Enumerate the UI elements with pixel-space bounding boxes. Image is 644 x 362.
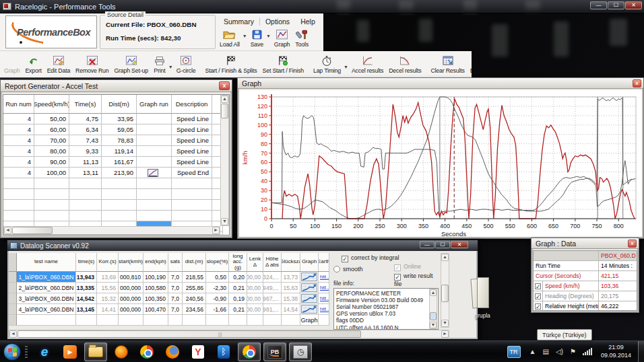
cell-time[interactable]: 7,43 — [69, 135, 102, 146]
cell-graph[interactable] — [300, 304, 319, 315]
cell-empty[interactable] — [69, 189, 102, 200]
cell-sats[interactable]: 7,0 — [168, 272, 183, 283]
cell-dist[interactable]: 161,67 — [102, 157, 137, 168]
cell-name[interactable]: 2_la\PBOX_060.DBN — [17, 283, 76, 293]
cell-dist[interactable]: 33,95 — [102, 114, 137, 124]
graph-thumbnail-icon[interactable] — [301, 294, 317, 303]
column-header-long-acc-g[interactable]: long acc.(g) — [229, 253, 247, 272]
report-close-button[interactable]: x — [219, 81, 230, 90]
cell-dist[interactable]: 213,90 — [102, 168, 137, 178]
cell-empty[interactable] — [102, 189, 137, 200]
toolbar-button-remove-run[interactable]: Remove Run — [73, 55, 110, 75]
cell-korr[interactable]: 15,32 — [97, 293, 119, 304]
column-header-time-s[interactable]: Time(s) — [69, 95, 102, 114]
column-header-graph[interactable]: Graph — [300, 253, 319, 272]
column-header-graph-run[interactable]: Graph run — [137, 95, 172, 114]
row-header[interactable] — [9, 293, 17, 304]
cell-dist[interactable]: 255,86 — [183, 283, 206, 293]
dropdown-caret-icon[interactable]: ▼ — [266, 34, 271, 38]
cell-slope[interactable]: -1,66 — [206, 304, 229, 315]
cell-empty[interactable] — [3, 189, 34, 200]
table-row[interactable]: 4100,0013,11213,90Speed End — [3, 168, 223, 178]
datalog-vertical-scrollbar[interactable]: ▲ ▼ — [441, 253, 449, 328]
cell-graph_icon[interactable] — [137, 124, 172, 135]
datalog-close-button[interactable]: ✕ — [451, 241, 468, 248]
main-window-titlebar[interactable]: Racelogic - Performance Tools — ☐ ✕ — [0, 0, 644, 13]
taskbar-icon-performancebox-app[interactable]: PB — [263, 342, 286, 361]
report-generator-table[interactable]: Run numSpeed(km/h)Time(s)Dist(m)Graph ru… — [3, 94, 230, 236]
table-row[interactable]: 460,006,3459,05Speed Line — [3, 124, 223, 135]
graph-data-titlebar[interactable]: Graph : Data x — [532, 238, 639, 249]
cell-empty[interactable] — [34, 178, 69, 189]
table-row[interactable] — [3, 211, 223, 221]
cell-acc[interactable]: 0,19 — [229, 293, 247, 304]
cell-slope[interactable]: -2,30 — [206, 283, 229, 293]
cell-time[interactable]: 11,13 — [69, 157, 102, 168]
cell-dist[interactable]: 234,56 — [183, 304, 206, 315]
chart-svg[interactable]: 0102030405060708090100110120130050100150… — [239, 90, 642, 238]
report-vertical-scrollbar[interactable]: ▲▼ — [220, 95, 229, 226]
cell-dist[interactable]: 59,05 — [102, 124, 137, 135]
cell-sats[interactable]: 7,0 — [168, 304, 183, 315]
toolbar-button-load-all[interactable]: Load All — [218, 28, 242, 48]
taskbar-icon-internet-explorer[interactable]: e — [33, 342, 56, 361]
cell-start[interactable]: 000,000 — [119, 293, 143, 304]
cell-run[interactable]: 4 — [3, 124, 34, 135]
file-info-scrollbar[interactable]: ▲ ▼ — [429, 289, 437, 329]
action-center-icon[interactable]: ▤ — [543, 348, 549, 355]
cell-graph_icon[interactable] — [137, 157, 172, 168]
report-generator-titlebar[interactable]: Report Generator - Accel Test x — [1, 80, 232, 92]
cell-start[interactable]: 000,000 — [119, 304, 143, 315]
volume-icon[interactable]: ◁) — [556, 348, 563, 355]
cell-empty[interactable] — [137, 200, 172, 211]
column-header-speed-km-h[interactable]: Speed(km/h) — [34, 95, 69, 114]
toolbar-button-g-circle[interactable]: G-circle — [174, 55, 198, 75]
checkbox-cell[interactable] — [534, 291, 543, 301]
column-header-end-kph[interactable]: end(kph) — [143, 253, 168, 272]
cell-empty[interactable] — [137, 178, 172, 189]
taskbar-icon-windows-explorer[interactable] — [84, 342, 107, 361]
table-row[interactable]: 450,004,7533,95Speed Line — [3, 114, 223, 124]
graph-thumbnail-icon[interactable] — [301, 283, 317, 292]
toolbar-button-graph-set-up[interactable]: Graph Set-up — [112, 55, 150, 75]
datalog-horizontal-scrollbar[interactable]: ◄ ||| ► — [9, 330, 449, 338]
toolbar-button-export-results[interactable]: Export Results — [468, 55, 472, 75]
dropdown-caret-icon[interactable]: ▼ — [344, 65, 348, 69]
graph-window-titlebar[interactable]: Graph x — [238, 78, 643, 89]
tray-clock[interactable]: 21:09 09.09.2014 — [601, 344, 631, 359]
cell-acc[interactable]: 0,21 — [229, 283, 247, 293]
toolbar-button-decel-results[interactable]: Decel results — [387, 55, 423, 75]
taskbar-icon-firefox[interactable] — [161, 342, 184, 361]
cell-empty[interactable] — [3, 200, 34, 211]
cell-earth[interactable]: htt... — [319, 293, 329, 304]
cell-gluck[interactable]: 15,63 — [282, 283, 300, 293]
cell-hohe[interactable]: 967,... — [263, 293, 282, 304]
write-result-option[interactable]: write result file — [394, 273, 439, 287]
graph-data-row[interactable]: Cursor (Seconds)421,15 — [534, 271, 637, 281]
datalog-titlebar[interactable]: Datalog Scanner v0.92 — ☐ ✕ — [7, 240, 478, 251]
datalog-table[interactable]: test nametime(s)Korr.(s)start(kmh)end(kp… — [9, 253, 330, 339]
cell-desc[interactable]: Speed Line — [172, 114, 212, 124]
row-header[interactable] — [9, 304, 17, 315]
column-header-dist-m[interactable]: dist.(m) — [183, 253, 206, 272]
taskbar-icon-bluetooth[interactable]: ᛒ — [212, 342, 235, 361]
graph-data-close-button[interactable]: x — [628, 240, 637, 248]
cell-gluck[interactable]: 14,54 — [282, 304, 300, 315]
toolbar-button-accel-results[interactable]: Accel results — [350, 55, 385, 75]
datalog-row[interactable]: 1_la\PBOX_060.DBN13,94313,69000,810100,1… — [9, 272, 329, 283]
cell-sats[interactable]: 7,0 — [168, 283, 183, 293]
column-header-test-name[interactable]: test name — [17, 253, 76, 272]
cell-graph_icon[interactable] — [137, 135, 172, 146]
cell-desc[interactable]: Speed Line — [172, 146, 212, 157]
network-flag-icon[interactable]: ⚑ — [570, 348, 576, 355]
cell-time[interactable]: 14,542 — [76, 293, 97, 304]
datalog-row[interactable]: 2_la\PBOX_060.DBN13,33515,56000,000100,5… — [9, 283, 329, 293]
online-option[interactable]: Online — [394, 263, 421, 271]
cell-empty[interactable] — [34, 189, 69, 200]
correct-by-integral-option[interactable]: correct by integral — [342, 254, 399, 262]
cell-name[interactable]: 3_la\PBOX_060.DBN — [17, 293, 76, 304]
cell-desc[interactable]: Speed Line — [172, 124, 212, 135]
show-desktop-button[interactable] — [638, 341, 644, 362]
cell-speed[interactable]: 50,00 — [34, 114, 69, 124]
cell-end[interactable]: 100,190 — [143, 272, 168, 283]
